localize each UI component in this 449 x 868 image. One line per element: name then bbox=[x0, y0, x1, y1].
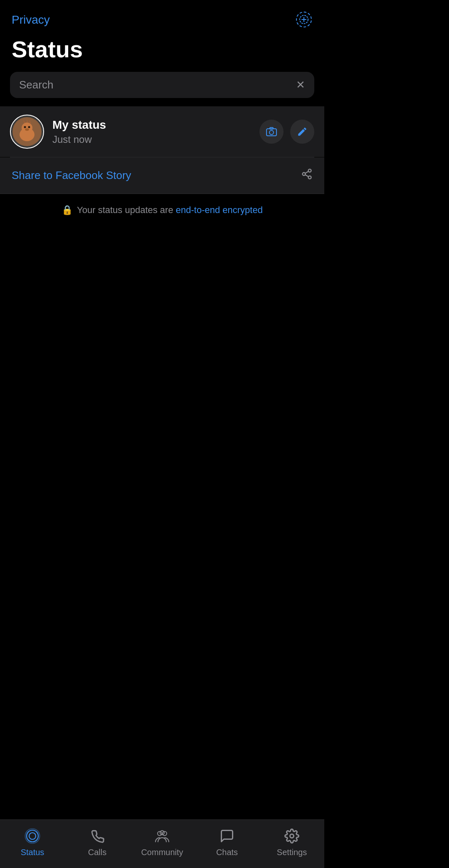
encryption-text: Your status updates are end-to-end encry… bbox=[77, 205, 263, 216]
header: Privacy bbox=[0, 0, 324, 32]
facebook-share-text: Share to Facebook Story bbox=[12, 169, 131, 182]
svg-point-13 bbox=[269, 130, 274, 135]
status-actions bbox=[259, 120, 314, 144]
clear-icon[interactable]: ✕ bbox=[296, 78, 305, 91]
status-time: Just now bbox=[52, 134, 251, 145]
add-status-icon[interactable] bbox=[296, 12, 313, 28]
encrypted-link[interactable]: end-to-end encrypted bbox=[176, 205, 263, 215]
svg-line-19 bbox=[305, 172, 308, 174]
search-container: ✕ bbox=[0, 72, 324, 98]
lock-icon: 🔒 bbox=[62, 205, 73, 216]
svg-point-7 bbox=[28, 126, 30, 128]
search-input[interactable] bbox=[19, 78, 290, 91]
encryption-notice: 🔒 Your status updates are end-to-end enc… bbox=[0, 194, 324, 226]
svg-point-5 bbox=[22, 123, 32, 133]
svg-line-18 bbox=[305, 175, 308, 177]
search-bar: ✕ bbox=[10, 72, 314, 98]
pencil-button[interactable] bbox=[290, 120, 314, 144]
privacy-button[interactable]: Privacy bbox=[12, 13, 50, 27]
camera-button[interactable] bbox=[259, 120, 284, 144]
share-icon bbox=[301, 168, 313, 183]
status-name: My status bbox=[52, 118, 251, 132]
my-status-section: My status Just now bbox=[0, 106, 324, 157]
svg-point-8 bbox=[25, 128, 29, 131]
facebook-share[interactable]: Share to Facebook Story bbox=[0, 157, 324, 194]
avatar[interactable] bbox=[10, 115, 44, 149]
status-info: My status Just now bbox=[52, 118, 251, 145]
svg-point-6 bbox=[24, 126, 26, 128]
page-title: Status bbox=[0, 32, 324, 72]
